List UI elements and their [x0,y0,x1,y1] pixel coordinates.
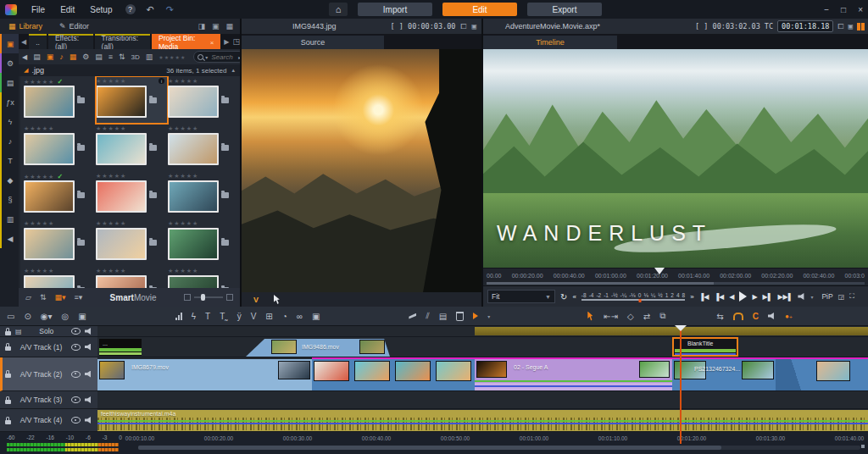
speed-label[interactable]: 8 [682,292,686,298]
dynamic-trim-icon[interactable]: ◇ [627,312,634,321]
bin-section[interactable]: ▣ [0,34,19,53]
fullscreen-icon[interactable]: ▣ [472,22,476,30]
audio-scrub-icon[interactable]: ⇆ [716,312,723,321]
slip-tool-icon[interactable]: ⇄ [643,312,650,321]
pip-grid-icon[interactable]: ⧉ [659,311,665,321]
tab-source[interactable]: Source [242,36,384,49]
volume-icon[interactable] [798,293,805,300]
trim-mode-icon[interactable]: ⇤⇥ [604,312,618,321]
speaker-icon[interactable] [85,417,92,424]
shrink-icon[interactable]: ◲ [838,293,845,301]
selection-tool-icon[interactable] [587,312,594,321]
timecode-field[interactable]: 00:01:18.18 [777,20,833,32]
media-item[interactable]: ★★★★★ [96,171,168,219]
brush-icon[interactable]: ◨ [198,22,205,30]
speed-label[interactable]: 2 [670,292,674,298]
folder-icon[interactable] [221,145,229,151]
tabs-scroll-right-icon[interactable]: ▶ [224,38,229,46]
info-icon[interactable]: i [159,78,164,84]
restore-button[interactable]: □ [841,5,846,14]
media-item[interactable]: ★★★★★ [24,124,96,171]
folder-icon[interactable] [221,97,229,103]
view-options-icon[interactable]: ≡ [108,53,113,61]
rating-stars[interactable]: ★★★★★ ✓ [24,173,96,180]
preview-playhead-marker[interactable] [654,268,665,274]
rating-stars[interactable]: ★★★★★ [24,268,96,275]
new-collection-icon[interactable]: ▤ [33,53,41,61]
redo-icon[interactable]: ↷ [166,4,174,15]
tab-project-bin[interactable]: Project Bin: Media× [152,34,220,49]
scrub-toggle-icon[interactable]: ●₊ [785,313,793,320]
timeline-navigator-bar[interactable] [475,327,868,335]
home-button[interactable]: ⌂ [329,3,348,16]
track-v-icon[interactable]: V [251,312,257,321]
gear-section[interactable]: ⚙ [0,53,19,73]
montage-section[interactable]: ◆ [0,170,19,190]
folder-icon[interactable] [77,192,85,198]
timeline-ruler[interactable]: 00:00:10.0000:00:20.0000:00:30.0000:00:4… [0,432,868,444]
dynamic-length-icon[interactable]: C [753,312,759,321]
track-row-4[interactable]: feelthiswayinstrumental.m4a [97,409,868,432]
media-item[interactable]: ★★★★★ [168,171,240,219]
close-button[interactable]: × [858,5,863,14]
minimize-button[interactable]: − [824,5,829,14]
copy-panel-icon[interactable]: ▣ [78,312,86,321]
media-item[interactable]: ★★★★★ [96,266,168,288]
tab-overflow[interactable]: .. [29,34,47,49]
fullscreen-icon[interactable]: ▣ [849,22,853,30]
rating-stars[interactable]: ★★★★★ [96,220,168,228]
marker-dropdown-icon[interactable]: ▾ [487,313,490,319]
folder-icon[interactable] [149,192,157,198]
menu-edit[interactable]: Edit [53,5,82,14]
effects-section[interactable]: ƒx [0,92,19,112]
close-tab-icon[interactable]: × [210,39,214,47]
magnet-snap-icon[interactable] [733,313,743,320]
media-item[interactable]: ★★★★★ ✓ [24,171,96,219]
marker-flag-icon[interactable] [473,313,478,319]
go-to-end-button[interactable]: ▶▶▌ [777,293,793,301]
titles-section[interactable]: T [0,151,19,170]
tab-effects[interactable]: Effects: (all) [48,34,93,49]
rating-stars[interactable]: ★★★★★ [168,268,240,275]
track-row-3[interactable] [97,391,868,409]
template-section[interactable]: ▥ [0,209,19,229]
back-icon[interactable]: ◀ [22,53,27,61]
breadcrumb[interactable]: .jpg [31,66,44,75]
track-row-1[interactable]: ... IMG9486.mov BlankTitle [97,337,868,357]
subtitle-icon[interactable]: T˷ [220,312,227,321]
source-preview[interactable] [242,49,481,292]
speed-label[interactable]: 0 [638,292,642,298]
speaker-icon[interactable] [85,371,92,378]
thumbnail-view-icon[interactable]: ▦▾ [54,293,65,302]
speaker-icon[interactable] [85,328,92,335]
media-item[interactable]: ★★★★★ [168,76,240,124]
folder-icon[interactable] [149,97,157,103]
speed-label[interactable]: -⅛ [629,292,636,298]
speed-label[interactable]: 4 [676,292,680,298]
clip-transition[interactable] [776,359,868,390]
next-marker-button[interactable]: ▶▌ [763,293,773,301]
rating-stars[interactable]: ★★★★★ [168,220,240,228]
speed-label[interactable]: -4 [589,292,594,298]
record-icon[interactable]: ◎ [62,312,70,321]
audio-monitor-icon[interactable] [768,313,776,319]
details-view-icon[interactable]: ≡▾ [75,293,83,302]
panel-layout-icon[interactable]: ▦ [225,22,233,30]
eye-icon[interactable] [71,371,81,378]
edit-mode-button[interactable]: Edit [442,3,517,16]
zoom-out-icon[interactable] [184,294,191,301]
photo-filter-icon[interactable]: ▦ [70,53,77,61]
lock-icon[interactable] [5,346,11,351]
intro-title-clip[interactable]: ... [99,339,142,356]
media-item[interactable]: ★★★★★ [168,266,240,288]
disc-section[interactable]: § [0,190,19,209]
voiceover-mic-icon[interactable]: ÿ [237,312,242,321]
speed-label[interactable]: ½ [658,292,662,298]
media-item[interactable]: ★★★★★ ✓ [24,76,96,124]
audio-filter-icon[interactable]: ♪ [59,53,64,61]
preview-scrollbar[interactable] [487,282,865,285]
project-folder-section[interactable]: ▤ [0,73,19,92]
navigator-arrow-section[interactable]: ◀ [0,229,19,248]
previous-marker-button[interactable]: ▐◀ [714,293,724,301]
tab-library[interactable]: ▦Library [0,19,51,34]
